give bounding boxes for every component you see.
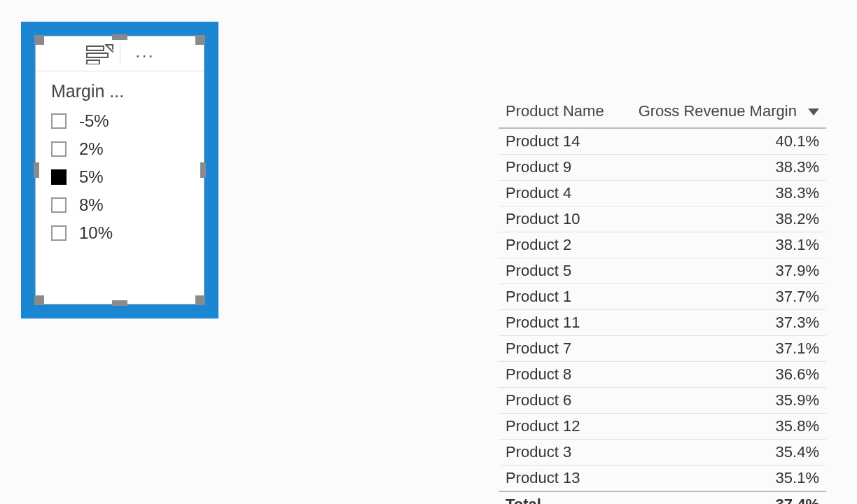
cell-margin: 38.3% [618, 181, 826, 206]
cell-product: Product 13 [499, 465, 618, 492]
cell-margin: 37.3% [618, 310, 826, 336]
cell-margin: 38.2% [618, 206, 826, 232]
column-header-product[interactable]: Product Name [499, 98, 618, 128]
table-row[interactable]: Product 1038.2% [499, 206, 826, 232]
cell-margin: 36.6% [618, 362, 826, 388]
slicer-item[interactable]: -5% [51, 107, 188, 135]
table-total-row: Total 37.4% [499, 491, 826, 504]
table-row[interactable]: Product 1137.3% [499, 310, 826, 336]
header-divider [120, 42, 120, 65]
table-row[interactable]: Product 137.7% [499, 284, 826, 310]
slicer-item-label: 8% [79, 195, 104, 215]
table-row[interactable]: Product 737.1% [499, 336, 826, 362]
cell-margin: 38.1% [618, 232, 826, 258]
cell-product: Product 8 [499, 362, 618, 388]
table-row[interactable]: Product 335.4% [499, 440, 826, 465]
svg-rect-0 [87, 46, 104, 50]
checkbox[interactable] [51, 113, 67, 129]
table-row[interactable]: Product 938.3% [499, 155, 826, 181]
table-row[interactable]: Product 1335.1% [499, 465, 826, 492]
table-row[interactable]: Product 1235.8% [499, 414, 826, 440]
cell-product: Product 7 [499, 336, 618, 362]
cell-product: Product 1 [499, 284, 618, 310]
slicer-type-icon[interactable] [85, 43, 114, 64]
cell-product: Product 5 [499, 258, 618, 284]
cell-product: Product 3 [499, 440, 618, 465]
checkbox[interactable] [51, 141, 67, 157]
cell-product: Product 12 [499, 414, 618, 440]
resize-handle-right[interactable] [200, 162, 206, 178]
sort-desc-icon [808, 108, 819, 115]
slicer-item[interactable]: 2% [51, 135, 188, 163]
cell-margin: 35.4% [618, 440, 826, 465]
cell-margin: 40.1% [618, 128, 826, 155]
cell-margin: 35.9% [618, 388, 826, 414]
total-label: Total [499, 491, 618, 504]
svg-rect-2 [87, 60, 99, 64]
cell-margin: 35.1% [618, 465, 826, 492]
slicer-item[interactable]: 8% [51, 191, 188, 219]
table-row[interactable]: Product 537.9% [499, 258, 826, 284]
slicer-item-label: 5% [79, 167, 104, 187]
table-row[interactable]: Product 238.1% [499, 232, 826, 258]
resize-handle-bottom[interactable] [112, 300, 127, 306]
resize-handle-bottom-right[interactable] [195, 295, 205, 305]
table-row[interactable]: Product 1440.1% [499, 128, 826, 155]
slicer-header: ... [36, 36, 204, 71]
cell-product: Product 10 [499, 206, 618, 232]
cell-margin: 35.8% [618, 414, 826, 440]
cell-product: Product 14 [499, 128, 618, 155]
cell-margin: 38.3% [618, 155, 826, 181]
checkbox[interactable] [51, 225, 67, 241]
cell-margin: 37.1% [618, 336, 826, 362]
cell-product: Product 6 [499, 388, 618, 414]
cell-margin: 37.7% [618, 284, 826, 310]
table-row[interactable]: Product 438.3% [499, 181, 826, 206]
slicer-item-label: 10% [79, 223, 113, 243]
slicer-item-label: -5% [79, 111, 109, 131]
svg-rect-1 [87, 53, 108, 57]
slicer-visual-selected[interactable]: ... Margin ... -5% 2% 5% 8% 10% [21, 22, 218, 318]
slicer-title: Margin ... [36, 71, 204, 107]
cell-margin: 37.9% [618, 258, 826, 284]
cell-product: Product 2 [499, 232, 618, 258]
more-options-icon[interactable]: ... [135, 42, 155, 60]
slicer-frame: ... Margin ... -5% 2% 5% 8% 10% [35, 36, 204, 304]
slicer-items: -5% 2% 5% 8% 10% [36, 107, 204, 247]
data-table: Product Name Gross Revenue Margin Produc… [499, 98, 826, 504]
cell-product: Product 11 [499, 310, 618, 336]
cell-product: Product 4 [499, 181, 618, 206]
checkbox[interactable] [51, 197, 67, 213]
cell-product: Product 9 [499, 155, 618, 181]
resize-handle-bottom-left[interactable] [34, 295, 44, 305]
column-header-margin[interactable]: Gross Revenue Margin [618, 98, 826, 128]
table-row[interactable]: Product 836.6% [499, 362, 826, 388]
table-row[interactable]: Product 635.9% [499, 388, 826, 414]
data-table-visual[interactable]: Product Name Gross Revenue Margin Produc… [499, 98, 826, 504]
total-value: 37.4% [618, 491, 826, 504]
slicer-item[interactable]: 5% [51, 163, 188, 191]
resize-handle-left[interactable] [34, 162, 39, 178]
table-body: Product 1440.1% Product 938.3% Product 4… [499, 128, 826, 504]
column-header-label: Product Name [506, 102, 604, 120]
slicer-item[interactable]: 10% [51, 219, 188, 247]
checkbox-checked[interactable] [51, 169, 67, 185]
column-header-label: Gross Revenue Margin [639, 102, 797, 120]
slicer-item-label: 2% [79, 139, 104, 159]
